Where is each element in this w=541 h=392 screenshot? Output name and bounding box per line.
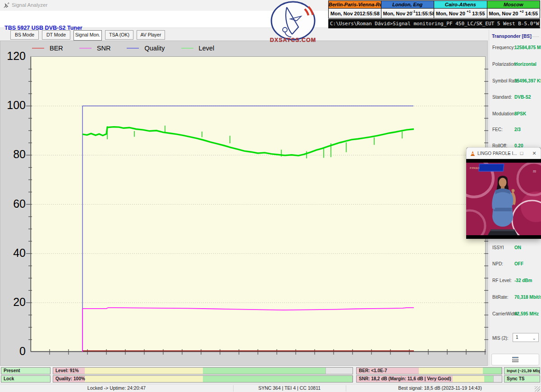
legend-color-dash [181,48,193,49]
vlc-title-bar[interactable]: LINGO PAROLE I... – □ ✕ [466,147,541,159]
tab-dt-mode[interactable]: DT Mode [42,30,70,40]
clock-city-label: Moscow [487,1,540,9]
quality-meter: Quality: 100% [53,375,353,383]
clock-time: 14:55 [525,11,538,16]
tab-av-player[interactable]: AV Player [137,30,165,40]
vlc-minimize-button[interactable]: – [503,148,515,159]
clock-moscow: Moscow Mon, Nov 20 +2 14:55 [487,0,541,18]
y-tick-label: 100 [0,99,26,112]
transponder-row-value: 42,595 MHz [514,311,539,316]
clock-berlin: Berlin-Paris-Vienna-Roma Mon, Nov 20 12:… [328,0,381,18]
legend-label: SNR [97,45,111,52]
clock-date: Mon, Nov 20 [436,11,465,16]
ber-meter: BER: <1.0E-7 [356,367,502,374]
legend-label: Level [199,45,215,52]
vlc-player-window[interactable]: LINGO PAROLE I... – □ ✕ P.PASO m [466,147,541,239]
transponder-row-value: ON [514,245,521,250]
legend-color-dash [79,48,92,49]
clock-utc-offset: +2 [518,9,525,14]
series-level [83,127,414,156]
clock-time: 11:55:58 [415,11,435,16]
clock-utc-offset: +1 [465,9,472,14]
clock-date: Mon, Nov 20 [330,11,360,16]
transponder-row-label: NPD: [492,261,503,266]
clock-time: 13:55 [472,11,485,16]
transponder-row-value: -32 dBm [514,278,532,283]
world-clocks: Berlin-Paris-Vienna-Roma Mon, Nov 20 12:… [328,0,540,18]
quality-meter-unfilled [352,376,353,382]
legend-item-snr: SNR [79,45,111,52]
transponder-row-value: DVB-S2 [514,95,531,100]
tab-bs-mode[interactable]: BS Mode [10,30,39,40]
app-icon [3,2,10,9]
clock-city-label: Cairo-Athens [434,1,487,9]
transponder-row-label: ISSYI [492,245,504,250]
level-meter-unfilled [326,368,353,374]
transponder-row-value: 8PSK [514,111,526,116]
snr-meter-unfilled [493,376,502,382]
vlc-close-button[interactable]: ✕ [528,148,541,159]
vlc-maximize-button[interactable]: □ [515,148,528,159]
clock-utc-offset: -1 [412,9,415,14]
tab-tsa-ok-[interactable]: TSA (OK) [105,30,133,40]
transponder-row-label: RF Level: [492,278,512,283]
dxsatcs-logo: DXSATCS.COM [265,1,321,44]
vlc-cone-icon [470,150,476,156]
clock-date: Mon, Nov 20 [383,11,413,16]
stacked-bars-icon [512,357,518,362]
transponder-row-value: 12584,875 MHz [514,45,541,50]
clock-cairo-athens: Cairo-Athens Mon, Nov 20 +1 13:55 [434,0,487,18]
legend-item-level: Level [181,45,215,52]
snr-meter-label: SNR: 18,2 dB (Margin: 11,6 dB | Very Goo… [359,376,451,382]
transponder-row-label: Standard: [492,95,512,100]
statusbar-sync-counters: SYNC 364 | TEI 4 | CC 10811 [233,384,346,392]
y-tick-label: 120 [0,50,26,63]
command-prompt-line: C:\Users\Roman Dávid>Signal monitoring_P… [328,19,540,28]
ber-meter-unfilled [501,368,502,374]
vlc-video-area[interactable]: P.PASO m [466,159,541,239]
snr-meter: SNR: 18,2 dB (Margin: 11,6 dB | Very Goo… [356,375,502,383]
transponder-row-value: 35496,397 KS/s [514,78,541,83]
mis-selected-value: 1 [516,335,518,340]
transponder-row-label: BitRate: [492,295,509,300]
y-tick-label: 80 [0,148,26,161]
present-indicator: Present [1,367,50,374]
lock-indicator: Lock [1,375,50,383]
window-title: Signal Analyzer [12,2,47,8]
groupbox-line [524,36,539,37]
level-meter: Level: 91% [53,367,353,374]
transponder-row-value: OFF [514,261,523,266]
ber-meter-label: BER: <1.0E-7 [359,368,387,374]
mode-tabs: BS ModeDT ModeSignal Mon.TSA (OK)AV Play… [0,30,489,41]
y-tick-label: 60 [0,197,26,210]
tv-studio-frame: P.PASO m [466,163,541,235]
stream-list-button[interactable] [491,354,539,365]
statusbar-best-signal: Best signal: 18,5 dB (2023-11-19 14:43) [346,384,534,392]
resize-grip-icon[interactable] [535,386,540,392]
status-bar: Locked -> Uptime: 24:20:47 SYNC 364 | TE… [0,384,541,392]
chart-plot-area [30,56,486,351]
legend-label: Quality [144,45,165,52]
status-meters: Present Level: 91% BER: <1.0E-7 Input (~… [0,366,541,384]
legend-color-dash [32,48,44,49]
chevron-down-icon: ⌄ [532,334,536,342]
series-snr [83,308,414,352]
clock-london: London, Eng Mon, Nov 20 -1 11:55:58 [381,0,435,18]
clock-date: Mon, Nov 20 [489,11,518,16]
transponder-row-label: FEC: [492,127,503,132]
sync-ts-indicator: Sync TS [504,375,540,383]
transponder-row-label: Polarization: [492,62,517,67]
transponder-header: Transponder [BS] [492,33,532,39]
legend-color-dash [127,48,139,49]
tab-signal-mon-[interactable]: Signal Mon. [73,30,102,41]
transponder-row-label: Modulation: [492,111,516,116]
y-tick-label: 20 [0,296,26,309]
chart-legend: BERSNRQualityLevel [32,44,230,52]
transponder-row-label: Frequency: [492,45,515,50]
transponder-row-value: 2/3 [514,127,521,132]
signal-chart-panel: BERSNRQualityLevel 120100806040200 [0,41,488,366]
signal-analyzer-window: Signal Analyzer TBS 5927 USB DVB-S2 Tune… [0,0,541,392]
mis-dropdown[interactable]: 1 ⌄ [513,333,539,342]
y-tick-label: 0 [0,345,26,358]
video-frame: P.PASO m [466,163,541,235]
